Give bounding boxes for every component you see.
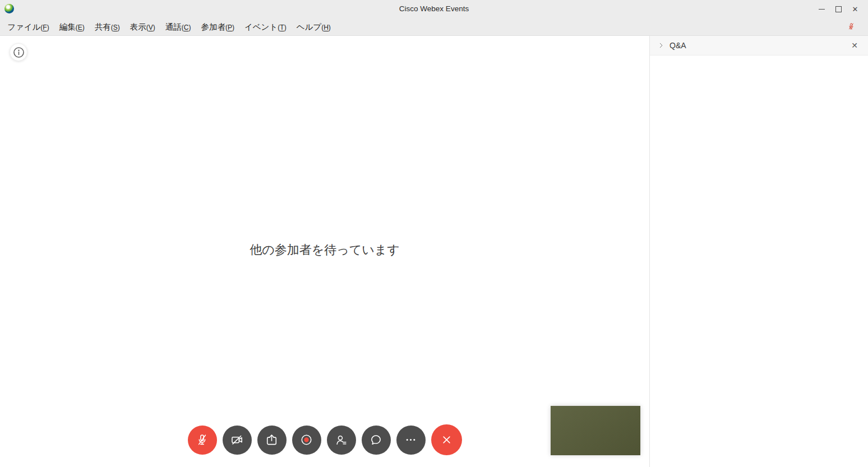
participants-button[interactable]: [327, 426, 356, 455]
qa-close-button[interactable]: ✕: [849, 40, 860, 51]
menu-item-event[interactable]: イベント(T): [239, 20, 292, 35]
recorder-button[interactable]: [292, 426, 321, 455]
mute-audio-button[interactable]: [188, 426, 217, 455]
menu-item-view[interactable]: 表示(V): [125, 20, 160, 35]
chevron-right-icon[interactable]: [658, 42, 664, 49]
qa-panel-title: Q&A: [670, 41, 686, 50]
menu-item-call[interactable]: 通話(C): [160, 20, 196, 35]
close-icon: ✕: [852, 6, 858, 13]
stop-video-button[interactable]: [223, 426, 252, 455]
more-options-button[interactable]: [396, 426, 426, 455]
camera-off-icon: [229, 432, 244, 447]
content-area: 他の参加者を待っています Q&A ✕: [0, 36, 868, 467]
qa-panel: Q&A ✕: [649, 36, 868, 467]
chat-button[interactable]: [362, 426, 391, 455]
minimize-button[interactable]: [813, 0, 830, 19]
window-title: Cisco Webex Events: [0, 4, 868, 13]
close-button[interactable]: ✕: [847, 0, 864, 19]
menu-item-file[interactable]: ファイル(F): [2, 20, 54, 35]
self-video-thumbnail: [551, 406, 640, 455]
ellipsis-icon: [403, 432, 418, 447]
menu-bar-items: ファイル(F)編集(E)共有(S)表示(V)通話(C)参加者(P)イベント(T)…: [0, 20, 336, 35]
qa-panel-header: Q&A ✕: [650, 36, 868, 56]
menu-item-edit[interactable]: 編集(E): [54, 20, 90, 35]
minimize-icon: [819, 9, 825, 10]
title-bar: Cisco Webex Events ✕: [0, 0, 868, 19]
chat-icon: [368, 432, 384, 447]
maximize-icon: [835, 6, 842, 12]
qa-panel-body: [650, 56, 868, 467]
meeting-info-button[interactable]: [10, 43, 27, 61]
menu-item-share[interactable]: 共有(S): [90, 20, 125, 35]
share-icon: [264, 432, 279, 447]
leave-event-button[interactable]: [431, 424, 462, 455]
menu-bar: ファイル(F)編集(E)共有(S)表示(V)通話(C)参加者(P)イベント(T)…: [0, 19, 868, 36]
menu-item-help[interactable]: ヘルプ(H): [292, 20, 336, 35]
mic-muted-icon: [195, 432, 210, 447]
meeting-stage: 他の参加者を待っています: [0, 36, 649, 467]
close-x-icon: [439, 432, 454, 447]
waiting-message: 他の参加者を待っています: [250, 242, 400, 258]
record-icon: [299, 432, 314, 447]
webex-events-window: Cisco Webex Events ✕ ファイル(F)編集(E)共有(S)表示…: [0, 0, 868, 467]
window-controls: ✕: [813, 0, 864, 19]
participants-icon: [334, 432, 349, 447]
mic-muted-status-icon: [847, 21, 856, 31]
share-content-button[interactable]: [257, 426, 287, 455]
menu-item-participant[interactable]: 参加者(P): [196, 20, 239, 35]
info-icon: [11, 45, 26, 60]
maximize-button[interactable]: [830, 0, 847, 19]
